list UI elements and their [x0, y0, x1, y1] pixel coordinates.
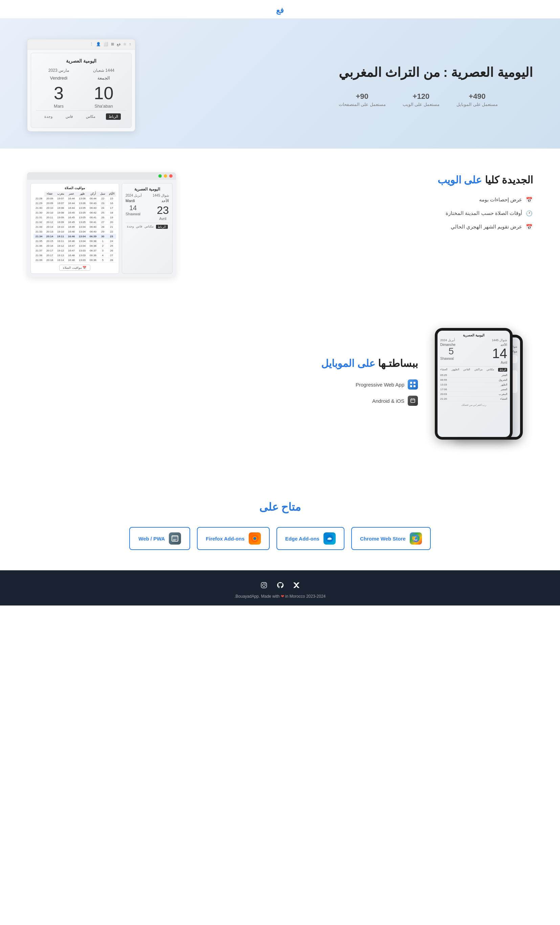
- hero-section: اليومية العصرية : من التراث المغربي 490+…: [0, 19, 560, 149]
- prayer-table-body: 152206:4413:0616:4419:0720:0921:28162306…: [33, 196, 116, 263]
- account-icon: 👤: [96, 42, 101, 47]
- phone-hijri-num: 5: [440, 346, 454, 356]
- prayer-table-header-row: الأيام سبل أركن ظهر عصر مغرب عشاء: [33, 191, 116, 196]
- small-hijri-month: Shawwal: [125, 212, 140, 216]
- web-pwa-icon: [169, 532, 181, 545]
- feature-stats-text: عرض إحصاءات بومه: [479, 197, 522, 203]
- phone-city-rabat[interactable]: الرباط: [498, 368, 507, 372]
- stat-mobile: 490+ مستعمل على الموبايل: [456, 92, 498, 107]
- svg-rect-2: [410, 385, 412, 387]
- android-text: Android & iOS: [372, 398, 404, 404]
- phone-city-extra[interactable]: الظهور: [452, 368, 459, 372]
- pwa-icon: [408, 380, 418, 390]
- tab-icon: ⬜: [104, 42, 108, 47]
- phone-city-meknes[interactable]: مكناس: [486, 368, 494, 372]
- stat-extensions: 90+ مستعمل على المتصفحات: [339, 92, 386, 107]
- city-tab-meknes[interactable]: مكاس: [83, 113, 98, 120]
- chrome-store-label: Chrome Web Store: [360, 536, 406, 542]
- feature-pwa: Progressive Web App: [27, 380, 418, 390]
- hero-text: اليومية العصرية : من التراث المغربي 490+…: [339, 63, 533, 107]
- prayer-table-row: 24106:3813:0416:4619:1120:1521:35: [33, 239, 116, 244]
- city-tabs[interactable]: الرباط مكاس فاس وجدة: [36, 110, 126, 122]
- firefox-store-button[interactable]: Firefox Add-ons: [197, 527, 269, 550]
- th-dohr: ظهر: [77, 191, 87, 196]
- phone-city-oujda[interactable]: الفاس: [463, 368, 470, 372]
- instagram-button[interactable]: [259, 580, 269, 590]
- cal-title: اليومية العصرية: [36, 58, 126, 63]
- web-pwa-label: Web / PWA: [138, 536, 165, 542]
- calendar-icon-1: 📅: [525, 196, 533, 203]
- city-tab-rabat[interactable]: الرباط: [106, 113, 121, 120]
- stat-ext-label: مستعمل على المتصفحات: [339, 102, 386, 107]
- mobile-title-highlight: على الموبايل: [321, 358, 375, 369]
- prayer-table-row: 202706:4113:0516:4519:0920:1221:32: [33, 220, 116, 225]
- edge-store-button[interactable]: Edge Add-ons: [277, 527, 345, 550]
- prayer-table-row: 28506:3613:0316:4819:1420:1821:39: [33, 258, 116, 263]
- phone-city-fes[interactable]: مراكش: [474, 368, 483, 372]
- th-day: الأيام: [107, 191, 116, 196]
- small-greg-month: Avril: [157, 217, 169, 221]
- greg-day-num: 3: [36, 84, 81, 102]
- footer: 2023-2024 BouayadApp. Made with ❤ in Mor…: [0, 570, 560, 606]
- calendar-widget: اليومية العصرية 1444 شعبان مارس 2023 الج…: [31, 53, 132, 128]
- small-city-oujda[interactable]: وجدة: [127, 225, 134, 229]
- web-pwa-button[interactable]: Web / PWA: [129, 527, 190, 550]
- edge-icon: [324, 532, 336, 545]
- chrome-icon: [410, 532, 422, 545]
- small-greg-header: أبريل 2024: [125, 194, 142, 197]
- more-prayers-btn[interactable]: 📅 مواقيت الصلاة: [33, 265, 116, 271]
- maximize-dot: [158, 174, 162, 178]
- chrome-store-button[interactable]: Chrome Web Store: [351, 527, 431, 550]
- twitter-button[interactable]: [292, 580, 301, 590]
- prayer-dohr: الظهر13:33: [440, 383, 507, 387]
- svg-rect-18: [173, 540, 176, 541]
- prayer-isha-name: العشاء: [500, 397, 507, 401]
- prayer-fajr-time: 05:25: [440, 374, 447, 377]
- th-isha: عشاء: [44, 191, 55, 196]
- star-icon: ☆: [123, 42, 126, 47]
- day-fr: Vendredi: [50, 75, 67, 81]
- prayer-table-row: 162306:4313:0616:4419:0720:0921:29: [33, 201, 116, 206]
- prayer-maghrib-name: المغرب: [499, 393, 507, 396]
- phone-hijri-month: Shawwal: [440, 357, 454, 360]
- small-city-meknes[interactable]: مكناس: [145, 225, 154, 229]
- city-tab-oujda[interactable]: وجدة: [42, 113, 55, 120]
- section-available: متاح على Chrome Web Store: [0, 480, 560, 570]
- phone-front-title: اليومية العصرية: [440, 333, 507, 337]
- prayer-fajr-name: الفجر: [501, 374, 507, 377]
- prayer-table-row: 192606:4113:0516:4519:0920:1121:31: [33, 215, 116, 220]
- web-title-main: الجديدة كليا: [485, 174, 533, 185]
- day-ar-col: الجمعة: [81, 75, 126, 81]
- small-city-tabs[interactable]: الرباط مكناس فاس وجدة: [125, 223, 169, 230]
- small-city-fes[interactable]: فاس: [136, 225, 142, 229]
- stat-web: 120+ مستعمل على الويب: [403, 92, 440, 107]
- small-greg-num: 23: [157, 204, 169, 217]
- small-city-rabat[interactable]: الرباط: [156, 225, 168, 229]
- calendar-icon-2: 📅: [525, 223, 533, 230]
- web-feature-list: عرض إحصاءات بومه 📅 أوقات الصلاة حسب المد…: [190, 196, 533, 230]
- city-tab-fes[interactable]: فاس: [63, 113, 75, 120]
- more-prayers-button[interactable]: 📅 مواقيت الصلاة: [59, 265, 90, 271]
- small-day-ar: الأحد: [161, 199, 169, 203]
- phone-hijri-date: 5 Shawwal: [440, 346, 454, 360]
- phone-cities[interactable]: الرباط مكناس مراكش الفاس الظهور العشاء: [440, 366, 507, 372]
- hijri-header: 1444 شعبان: [81, 67, 126, 73]
- prayer-table-row: 27406:3613:0316:4819:1320:1721:38: [33, 253, 116, 258]
- feature-hijri-text: عرض تقويم الشهر الهجري الحالي: [451, 224, 522, 230]
- mobile-section-text: ببساطتـها على الموبايل Progressive Web A…: [27, 356, 418, 412]
- header-logo: فع: [276, 6, 284, 15]
- day-fr-col: Vendredi: [36, 75, 81, 81]
- prayer-maghrib-time: 20:03: [440, 393, 447, 396]
- feature-android: Android & iOS: [27, 396, 418, 406]
- svg-rect-16: [172, 536, 178, 538]
- clock-icon: 🕐: [525, 209, 533, 217]
- github-button[interactable]: [275, 580, 285, 590]
- svg-rect-1: [414, 382, 415, 384]
- small-greg-date: 23 Avril: [157, 204, 169, 221]
- prayer-table-row: 182506:4213:0516:4519:0820:1021:30: [33, 211, 116, 215]
- prayer-maghrib: المغرب20:03: [440, 392, 507, 397]
- phone-greg-num: 14: [492, 346, 507, 360]
- small-day-fr: Mardi: [125, 199, 135, 203]
- phone-city-extra2[interactable]: العشاء: [440, 368, 447, 372]
- phone-greg-header: أبريل 2024: [440, 339, 455, 342]
